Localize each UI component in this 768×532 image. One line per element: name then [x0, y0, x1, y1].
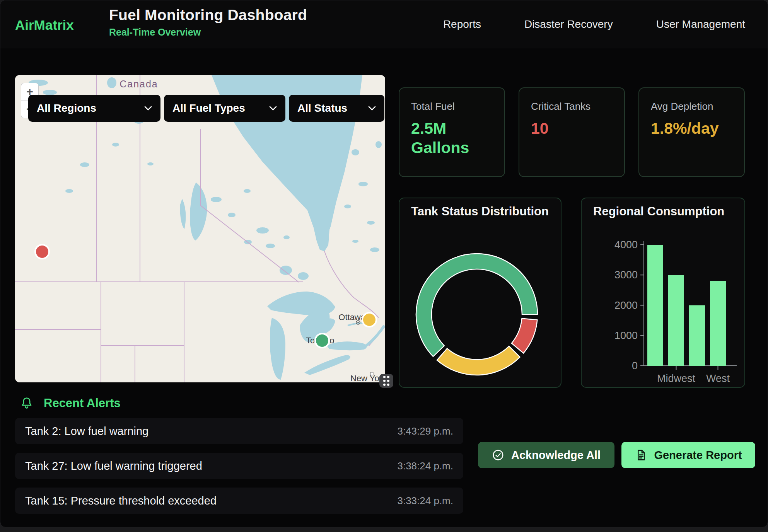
- nav-item-user-management[interactable]: User Management: [656, 18, 745, 31]
- page-title: Fuel Monitoring Dashboard: [109, 7, 307, 24]
- bar: [710, 281, 726, 366]
- stat-card-critical-tanks: Critical Tanks 10: [519, 87, 625, 177]
- alert-message: Tank 2: Low fuel warning: [25, 425, 148, 438]
- dashboard-window: AirMatrix Fuel Monitoring Dashboard Real…: [0, 0, 768, 527]
- alert-row: Tank 27: Low fuel warning triggered 3:38…: [15, 453, 463, 479]
- alert-row: Tank 15: Pressure threshold exceeded 3:3…: [15, 488, 463, 514]
- chevron-down-icon: [269, 106, 277, 111]
- stat-card-avg-depletion: Avg Depletion 1.8%/day: [638, 87, 745, 177]
- y-tick-label: 0: [632, 360, 638, 372]
- bar: [668, 275, 684, 366]
- tank-status-donut-chart: [399, 198, 561, 388]
- stat-value: 10: [531, 119, 613, 138]
- alert-time: 3:33:24 p.m.: [397, 495, 453, 507]
- generate-report-label: Generate Report: [654, 449, 742, 462]
- bar: [689, 305, 705, 366]
- chevron-down-icon: [368, 106, 376, 111]
- regions-filter-dropdown[interactable]: All Regions: [28, 95, 160, 122]
- y-tick-label: 4000: [614, 239, 638, 251]
- fuel-types-filter-label: All Fuel Types: [172, 102, 245, 114]
- stat-label: Total Fuel: [411, 101, 493, 113]
- regional-consumption-chart-card: Regional Consumption 01000200030004000Mi…: [581, 198, 745, 388]
- warning-tank-marker[interactable]: [362, 312, 377, 327]
- regional-consumption-bar-chart: 01000200030004000MidwestWest: [582, 198, 745, 388]
- brand-logo: AirMatrix: [15, 17, 74, 33]
- stat-label: Avg Depletion: [651, 101, 732, 113]
- alerts-title: Recent Alerts: [44, 396, 121, 410]
- map-panel[interactable]: Canada Ottawa Toronto New York + − All R…: [15, 75, 385, 382]
- generate-report-button[interactable]: Generate Report: [621, 442, 755, 468]
- check-circle-icon: [492, 449, 504, 461]
- acknowledge-all-button[interactable]: Acknowledge All: [478, 442, 614, 468]
- regions-filter-label: All Regions: [37, 102, 96, 114]
- header: AirMatrix Fuel Monitoring Dashboard Real…: [0, 0, 768, 48]
- tank-status-chart-card: Tank Status Distribution: [399, 198, 561, 388]
- alert-message: Tank 27: Low fuel warning triggered: [25, 460, 202, 472]
- alerts-header: Recent Alerts: [20, 396, 121, 410]
- page-subtitle: Real-Time Overview: [109, 27, 307, 38]
- donut-slice-critical: [512, 319, 537, 353]
- document-icon: [635, 449, 647, 461]
- y-tick-label: 1000: [614, 330, 638, 341]
- x-tick-label: Midwest: [657, 373, 696, 384]
- alert-time: 3:43:29 p.m.: [397, 425, 453, 437]
- y-tick-label: 2000: [614, 300, 638, 311]
- title-block: Fuel Monitoring Dashboard Real-Time Over…: [109, 7, 307, 38]
- nav-item-disaster-recovery[interactable]: Disaster Recovery: [524, 18, 613, 31]
- critical-tank-marker[interactable]: [34, 244, 50, 259]
- map-resize-handle[interactable]: [379, 374, 393, 388]
- bar: [647, 245, 663, 366]
- map-filter-bar: All Regions All Fuel Types All Status: [28, 95, 384, 122]
- alert-time: 3:38:24 p.m.: [397, 460, 453, 472]
- stat-value: 2.5M Gallons: [411, 119, 493, 157]
- status-filter-dropdown[interactable]: All Status: [289, 95, 384, 122]
- y-tick-label: 3000: [614, 269, 638, 281]
- fuel-types-filter-dropdown[interactable]: All Fuel Types: [164, 95, 285, 122]
- stat-value: 1.8%/day: [651, 119, 732, 138]
- x-tick-label: West: [706, 373, 730, 384]
- chevron-down-icon: [144, 106, 152, 111]
- status-filter-label: All Status: [297, 102, 347, 114]
- map-label-canada: Canada: [119, 78, 158, 89]
- bell-icon: [20, 396, 34, 410]
- stat-card-total-fuel: Total Fuel 2.5M Gallons: [399, 87, 505, 177]
- nav-item-reports[interactable]: Reports: [443, 18, 481, 31]
- alert-row: Tank 2: Low fuel warning 3:43:29 p.m.: [15, 418, 463, 444]
- alert-message: Tank 15: Pressure threshold exceeded: [25, 494, 217, 507]
- stat-label: Critical Tanks: [531, 101, 613, 113]
- main-nav: Reports Disaster Recovery User Managemen…: [443, 0, 745, 48]
- acknowledge-all-label: Acknowledge All: [511, 449, 601, 462]
- normal-tank-marker[interactable]: [314, 333, 330, 348]
- donut-slice-warning: [437, 346, 520, 375]
